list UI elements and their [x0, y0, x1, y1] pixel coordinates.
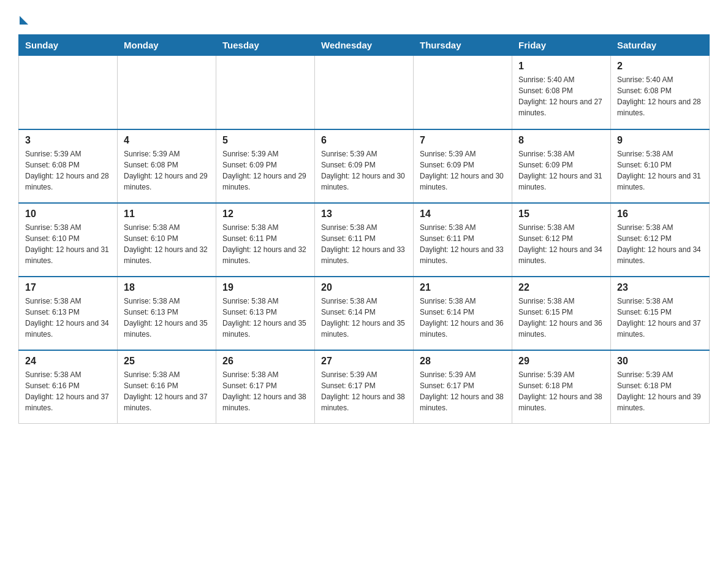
calendar-cell: 22Sunrise: 5:38 AMSunset: 6:15 PMDayligh… [512, 277, 611, 350]
calendar-cell: 19Sunrise: 5:38 AMSunset: 6:13 PMDayligh… [216, 277, 315, 350]
logo [18, 12, 28, 22]
calendar-cell: 25Sunrise: 5:38 AMSunset: 6:16 PMDayligh… [118, 350, 216, 424]
day-number: 15 [518, 209, 604, 220]
day-number: 18 [124, 282, 210, 293]
calendar-cell: 24Sunrise: 5:38 AMSunset: 6:16 PMDayligh… [19, 350, 118, 424]
cell-sun-info: Sunrise: 5:38 AMSunset: 6:12 PMDaylight:… [617, 222, 703, 266]
weekday-header-sunday: Sunday [19, 35, 118, 56]
cell-sun-info: Sunrise: 5:39 AMSunset: 6:09 PMDaylight:… [321, 148, 407, 193]
calendar-cell: 18Sunrise: 5:38 AMSunset: 6:13 PMDayligh… [118, 277, 216, 350]
cell-sun-info: Sunrise: 5:38 AMSunset: 6:16 PMDaylight:… [124, 369, 210, 413]
day-number: 19 [222, 282, 308, 293]
calendar-cell: 17Sunrise: 5:38 AMSunset: 6:13 PMDayligh… [19, 277, 118, 350]
calendar-cell: 20Sunrise: 5:38 AMSunset: 6:14 PMDayligh… [315, 277, 414, 350]
calendar-cell: 9Sunrise: 5:38 AMSunset: 6:10 PMDaylight… [611, 129, 710, 203]
calendar-cell [19, 56, 118, 129]
calendar-cell: 21Sunrise: 5:38 AMSunset: 6:14 PMDayligh… [414, 277, 512, 350]
calendar-cell: 28Sunrise: 5:39 AMSunset: 6:17 PMDayligh… [414, 350, 512, 424]
cell-sun-info: Sunrise: 5:38 AMSunset: 6:15 PMDaylight:… [518, 296, 604, 340]
calendar-cell: 15Sunrise: 5:38 AMSunset: 6:12 PMDayligh… [512, 203, 611, 277]
calendar-cell: 8Sunrise: 5:38 AMSunset: 6:09 PMDaylight… [512, 129, 611, 203]
day-number: 13 [321, 209, 407, 220]
weekday-header-saturday: Saturday [611, 35, 710, 56]
day-number: 24 [25, 356, 111, 367]
cell-sun-info: Sunrise: 5:38 AMSunset: 6:17 PMDaylight:… [222, 369, 308, 413]
calendar-cell: 12Sunrise: 5:38 AMSunset: 6:11 PMDayligh… [216, 203, 315, 277]
day-number: 21 [420, 282, 506, 293]
day-number: 30 [617, 356, 703, 367]
cell-sun-info: Sunrise: 5:38 AMSunset: 6:12 PMDaylight:… [518, 222, 604, 266]
calendar-cell: 14Sunrise: 5:38 AMSunset: 6:11 PMDayligh… [414, 203, 512, 277]
calendar-cell: 29Sunrise: 5:39 AMSunset: 6:18 PMDayligh… [512, 350, 611, 424]
day-number: 28 [420, 356, 506, 367]
weekday-header-friday: Friday [512, 35, 611, 56]
cell-sun-info: Sunrise: 5:40 AMSunset: 6:08 PMDaylight:… [617, 74, 703, 118]
cell-sun-info: Sunrise: 5:38 AMSunset: 6:10 PMDaylight:… [124, 222, 210, 266]
day-number: 22 [518, 282, 604, 293]
calendar-cell: 6Sunrise: 5:39 AMSunset: 6:09 PMDaylight… [315, 129, 414, 203]
calendar-cell: 23Sunrise: 5:38 AMSunset: 6:15 PMDayligh… [611, 277, 710, 350]
calendar-week-row: 10Sunrise: 5:38 AMSunset: 6:10 PMDayligh… [19, 203, 710, 277]
day-number: 14 [420, 209, 506, 220]
day-number: 20 [321, 282, 407, 293]
calendar-cell: 2Sunrise: 5:40 AMSunset: 6:08 PMDaylight… [611, 56, 710, 129]
cell-sun-info: Sunrise: 5:39 AMSunset: 6:09 PMDaylight:… [420, 148, 506, 193]
weekday-header-wednesday: Wednesday [315, 35, 414, 56]
page-header [18, 12, 710, 22]
day-number: 5 [222, 135, 308, 146]
cell-sun-info: Sunrise: 5:40 AMSunset: 6:08 PMDaylight:… [518, 74, 604, 118]
calendar-cell [315, 56, 414, 129]
day-number: 26 [222, 356, 308, 367]
day-number: 1 [518, 61, 604, 72]
cell-sun-info: Sunrise: 5:38 AMSunset: 6:11 PMDaylight:… [222, 222, 308, 266]
calendar-cell: 16Sunrise: 5:38 AMSunset: 6:12 PMDayligh… [611, 203, 710, 277]
calendar-cell: 5Sunrise: 5:39 AMSunset: 6:09 PMDaylight… [216, 129, 315, 203]
day-number: 29 [518, 356, 604, 367]
day-number: 3 [25, 135, 111, 146]
cell-sun-info: Sunrise: 5:39 AMSunset: 6:18 PMDaylight:… [518, 369, 604, 413]
calendar-cell: 27Sunrise: 5:39 AMSunset: 6:17 PMDayligh… [315, 350, 414, 424]
cell-sun-info: Sunrise: 5:39 AMSunset: 6:09 PMDaylight:… [222, 148, 308, 193]
cell-sun-info: Sunrise: 5:38 AMSunset: 6:11 PMDaylight:… [321, 222, 407, 266]
cell-sun-info: Sunrise: 5:39 AMSunset: 6:17 PMDaylight:… [321, 369, 407, 413]
day-number: 10 [25, 209, 111, 220]
calendar-cell [118, 56, 216, 129]
cell-sun-info: Sunrise: 5:38 AMSunset: 6:09 PMDaylight:… [518, 148, 604, 193]
day-number: 27 [321, 356, 407, 367]
cell-sun-info: Sunrise: 5:38 AMSunset: 6:16 PMDaylight:… [25, 369, 111, 413]
day-number: 25 [124, 356, 210, 367]
calendar-cell: 10Sunrise: 5:38 AMSunset: 6:10 PMDayligh… [19, 203, 118, 277]
calendar-week-row: 1Sunrise: 5:40 AMSunset: 6:08 PMDaylight… [19, 56, 710, 129]
day-number: 17 [25, 282, 111, 293]
day-number: 9 [617, 135, 703, 146]
calendar-week-row: 24Sunrise: 5:38 AMSunset: 6:16 PMDayligh… [19, 350, 710, 424]
calendar-cell [216, 56, 315, 129]
cell-sun-info: Sunrise: 5:38 AMSunset: 6:10 PMDaylight:… [617, 148, 703, 193]
day-number: 4 [124, 135, 210, 146]
day-number: 6 [321, 135, 407, 146]
calendar-cell: 26Sunrise: 5:38 AMSunset: 6:17 PMDayligh… [216, 350, 315, 424]
cell-sun-info: Sunrise: 5:38 AMSunset: 6:14 PMDaylight:… [420, 296, 506, 340]
weekday-header-row: SundayMondayTuesdayWednesdayThursdayFrid… [19, 35, 710, 56]
weekday-header-monday: Monday [118, 35, 216, 56]
cell-sun-info: Sunrise: 5:39 AMSunset: 6:17 PMDaylight:… [420, 369, 506, 413]
logo-arrow-icon [20, 16, 28, 25]
calendar-cell: 7Sunrise: 5:39 AMSunset: 6:09 PMDaylight… [414, 129, 512, 203]
cell-sun-info: Sunrise: 5:39 AMSunset: 6:18 PMDaylight:… [617, 369, 703, 413]
calendar-cell [414, 56, 512, 129]
day-number: 8 [518, 135, 604, 146]
calendar-cell: 4Sunrise: 5:39 AMSunset: 6:08 PMDaylight… [118, 129, 216, 203]
day-number: 2 [617, 61, 703, 72]
cell-sun-info: Sunrise: 5:39 AMSunset: 6:08 PMDaylight:… [25, 148, 111, 193]
calendar-cell: 11Sunrise: 5:38 AMSunset: 6:10 PMDayligh… [118, 203, 216, 277]
day-number: 16 [617, 209, 703, 220]
calendar-week-row: 17Sunrise: 5:38 AMSunset: 6:13 PMDayligh… [19, 277, 710, 350]
calendar-cell: 30Sunrise: 5:39 AMSunset: 6:18 PMDayligh… [611, 350, 710, 424]
day-number: 11 [124, 209, 210, 220]
weekday-header-tuesday: Tuesday [216, 35, 315, 56]
cell-sun-info: Sunrise: 5:38 AMSunset: 6:13 PMDaylight:… [124, 296, 210, 340]
calendar-cell: 3Sunrise: 5:39 AMSunset: 6:08 PMDaylight… [19, 129, 118, 203]
calendar-cell: 1Sunrise: 5:40 AMSunset: 6:08 PMDaylight… [512, 56, 611, 129]
calendar-cell: 13Sunrise: 5:38 AMSunset: 6:11 PMDayligh… [315, 203, 414, 277]
weekday-header-thursday: Thursday [414, 35, 512, 56]
